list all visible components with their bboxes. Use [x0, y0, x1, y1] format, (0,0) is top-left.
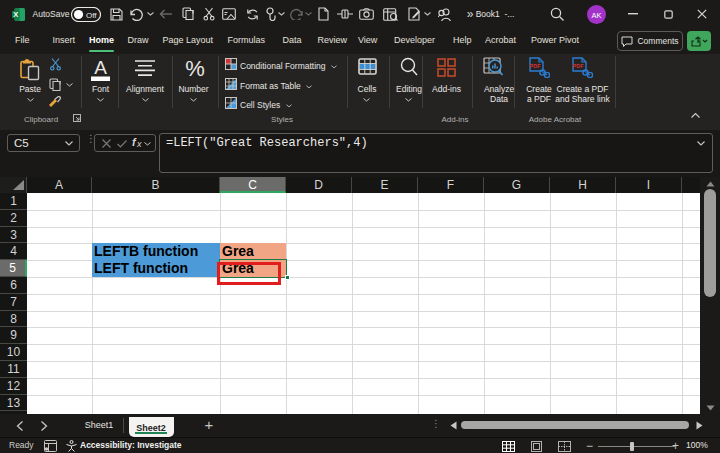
svg-text:%: % [185, 56, 205, 80]
svg-text:PDF: PDF [573, 63, 585, 69]
svg-text:AK: AK [591, 11, 601, 20]
svg-text:X: X [13, 10, 18, 19]
svg-text:PDF: PDF [530, 63, 542, 69]
svg-text:A: A [94, 57, 107, 78]
svg-text:Off: Off [86, 10, 97, 19]
